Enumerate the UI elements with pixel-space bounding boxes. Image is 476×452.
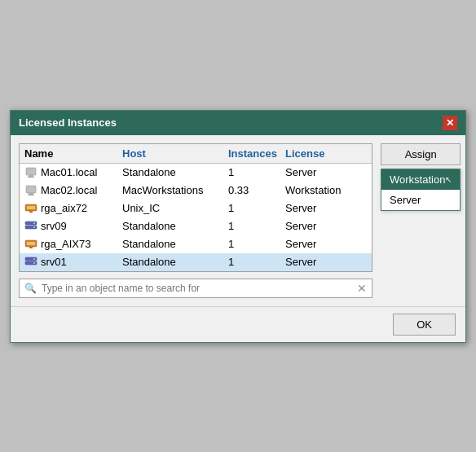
table-row[interactable]: rga_AIX73 Standalone 1 Server [20, 235, 372, 253]
assign-dropdown: Workstation ↖ Server [381, 169, 461, 211]
row-license-cell: Server [285, 256, 367, 268]
table-row[interactable]: srv09 Standalone 1 Server [20, 217, 372, 235]
dropdown-item-workstation[interactable]: Workstation ↖ [381, 169, 460, 190]
row-instances-cell: 1 [228, 256, 285, 268]
col-header-host: Host [122, 147, 228, 160]
dropdown-item-server[interactable]: Server [381, 190, 460, 210]
col-header-instances: Instances [228, 147, 285, 160]
row-license-cell: Server [285, 220, 367, 232]
svg-rect-2 [28, 177, 34, 178]
svg-rect-0 [26, 168, 36, 175]
svg-point-12 [33, 226, 35, 228]
table-header: Name Host Instances License [20, 144, 372, 164]
svg-point-11 [33, 222, 35, 224]
row-license-cell: Workstation [285, 184, 367, 196]
mac-icon [24, 184, 37, 197]
svg-rect-7 [27, 206, 35, 209]
row-host-cell: Standalone [122, 256, 228, 268]
svg-point-18 [33, 258, 35, 260]
server-icon [24, 220, 37, 233]
search-clear-icon[interactable]: ✕ [357, 283, 367, 294]
title-bar: Licensed Instances ✕ [11, 111, 465, 135]
mac-icon [24, 166, 37, 179]
table-container: Name Host Instances License [19, 143, 372, 272]
row-license-cell: Server [285, 202, 367, 214]
row-instances-cell: 1 [228, 166, 285, 178]
search-bar: 🔍 ✕ [19, 279, 372, 298]
col-header-name: Name [24, 147, 122, 160]
svg-rect-3 [26, 186, 36, 193]
server-icon [24, 256, 37, 269]
cursor-icon: ↖ [445, 175, 452, 184]
dialog-footer: OK [11, 306, 465, 342]
svg-rect-14 [27, 242, 35, 245]
search-input[interactable] [42, 283, 352, 294]
svg-rect-8 [29, 211, 33, 213]
row-instances-cell: 1 [228, 238, 285, 250]
assign-button[interactable]: Assign [381, 143, 461, 165]
row-name-cell: rga_AIX73 [24, 238, 122, 251]
row-name-cell: Mac02.local [24, 184, 122, 197]
col-header-license: License [285, 147, 367, 160]
row-name-cell: Mac01.local [24, 166, 122, 179]
ok-button[interactable]: OK [393, 314, 456, 336]
left-panel: Name Host Instances License [19, 143, 372, 298]
table-row[interactable]: srv01 Standalone 1 Server [20, 253, 372, 271]
row-host-cell: MacWorkstations [122, 184, 228, 196]
svg-rect-15 [29, 247, 33, 248]
row-license-cell: Server [285, 166, 367, 178]
row-host-cell: Unix_IC [122, 202, 228, 214]
dialog-body: Name Host Instances License [11, 135, 465, 306]
row-instances-cell: 1 [228, 202, 285, 214]
svg-rect-1 [29, 175, 33, 177]
aix-icon [24, 202, 37, 215]
table-row[interactable]: Mac01.local Standalone 1 Server [20, 164, 372, 182]
licensed-instances-dialog: Licensed Instances ✕ Name Host Instances… [10, 110, 466, 343]
row-host-cell: Standalone [122, 238, 228, 250]
svg-rect-4 [29, 193, 33, 195]
close-button[interactable]: ✕ [443, 116, 457, 130]
row-host-cell: Standalone [122, 220, 228, 232]
search-icon: 🔍 [24, 283, 37, 294]
row-instances-cell: 1 [228, 220, 285, 232]
right-panel: Assign Workstation ↖ Server [381, 143, 461, 298]
table-row[interactable]: Mac02.local MacWorkstations 0.33 Worksta… [20, 182, 372, 200]
table-body: Mac01.local Standalone 1 Server [20, 164, 372, 271]
svg-point-19 [33, 262, 35, 264]
row-name-cell: srv01 [24, 256, 122, 269]
svg-rect-5 [28, 195, 34, 195]
row-host-cell: Standalone [122, 166, 228, 178]
row-name-cell: srv09 [24, 220, 122, 233]
table-row[interactable]: rga_aix72 Unix_IC 1 Server [20, 200, 372, 217]
row-license-cell: Server [285, 238, 367, 250]
row-instances-cell: 0.33 [228, 184, 285, 196]
row-name-cell: rga_aix72 [24, 202, 122, 215]
dialog-title: Licensed Instances [19, 116, 117, 129]
aix-icon [24, 238, 37, 251]
